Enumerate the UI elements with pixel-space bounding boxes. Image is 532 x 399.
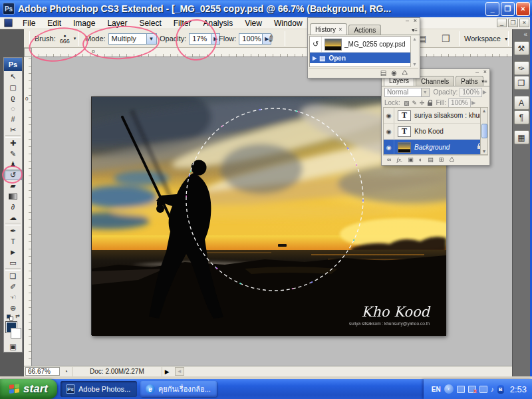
background-color-swatch[interactable] <box>11 328 21 338</box>
title-bar[interactable]: Ps Adobe Photoshop CS3 Extended - [_MG_0… <box>0 0 532 17</box>
scroll-up-icon[interactable]: ▲ <box>482 108 487 113</box>
horizontal-ruler[interactable]: 0 <box>32 48 512 57</box>
blend-mode-select[interactable]: Normal <box>384 88 422 97</box>
lock-pixels-icon[interactable]: ✎ <box>412 100 417 106</box>
history-source-row[interactable]: ↺ _MG_0255 copy.psd <box>310 37 418 53</box>
swap-colors-icon[interactable]: ⇄ <box>15 313 20 319</box>
lock-position-icon[interactable]: ✛ <box>420 100 425 106</box>
restore-button[interactable]: ❐ <box>501 2 515 16</box>
scroll-down-icon[interactable]: ▼ <box>412 62 417 66</box>
go-to-bridge-button[interactable]: ❒ <box>442 29 450 48</box>
doc-minimize-button[interactable]: _ <box>497 19 507 27</box>
spot-healing-brush-tool[interactable]: ✚ <box>4 138 22 148</box>
volume-icon[interactable]: ♪ <box>491 386 494 393</box>
adjustment-layer-button[interactable]: ◐ <box>419 156 422 163</box>
blur-tool[interactable]: ∂ <box>4 201 22 212</box>
opacity-input[interactable]: 17% <box>189 33 211 45</box>
new-snapshot-button[interactable]: ◉ <box>391 69 397 76</box>
visibility-eye-icon[interactable]: ◉ <box>384 140 394 155</box>
history-state-open[interactable]: ▶ ▤ Open <box>310 53 418 63</box>
eyedropper-tool[interactable]: ✐ <box>4 281 22 292</box>
dodge-tool[interactable]: ☁ <box>4 212 22 223</box>
collapse-dock-icon[interactable]: « <box>513 29 530 41</box>
clone-source-panel-icon[interactable]: ❐ <box>514 76 529 90</box>
display-settings-icon[interactable] <box>479 386 487 393</box>
status-flyout-arrow[interactable]: ▶ <box>165 368 170 375</box>
layer-fill-input[interactable]: 100% <box>448 98 471 108</box>
workspace-menu[interactable]: Workspace ▼ <box>464 29 509 48</box>
layer-style-button[interactable]: fx. <box>396 156 402 163</box>
path-selection-tool[interactable]: ► <box>4 247 22 257</box>
hand-tool[interactable]: ☜ <box>4 292 22 303</box>
add-layer-mask-button[interactable]: ▣ <box>408 156 414 163</box>
network-icon[interactable] <box>457 386 465 393</box>
menu-analysis[interactable]: Analysis <box>197 17 239 29</box>
opacity-arrow-icon[interactable]: ▶ <box>483 89 487 95</box>
zoom-tool[interactable]: ⊕ <box>4 303 22 313</box>
blend-mode-dropdown-button[interactable]: ▼ <box>422 88 430 97</box>
delete-state-button[interactable]: ♺ <box>402 69 408 76</box>
close-button[interactable]: × <box>516 2 530 16</box>
paragraph-panel-icon[interactable]: ¶ <box>514 110 529 124</box>
layers-scrollbar[interactable]: ▲ ▼ <box>480 108 487 154</box>
tab-history[interactable]: History × <box>310 23 347 35</box>
character-panel-icon[interactable]: A <box>514 96 529 110</box>
panel-close-icon[interactable]: × <box>414 18 417 23</box>
history-brush-source-icon[interactable]: ↺ <box>310 37 322 52</box>
doc-restore-button[interactable]: ❐ <box>508 19 518 27</box>
hide-tray-icons-button[interactable]: ‹ <box>444 384 454 394</box>
layer-row-suriya-text[interactable]: ◉ T suriya silsaksom : khun... <box>384 108 487 124</box>
start-button[interactable]: start <box>0 379 57 399</box>
type-tool[interactable]: T <box>4 236 22 247</box>
quick-mask-button[interactable]: ▣ <box>4 341 22 352</box>
tab-close-icon[interactable]: × <box>338 26 342 33</box>
rectangular-marquee-tool[interactable]: ▢ <box>4 82 22 92</box>
notes-tool[interactable]: ❏ <box>4 271 22 281</box>
scroll-up-icon[interactable]: ▲ <box>412 37 417 41</box>
network-disconnected-icon[interactable] <box>468 386 476 393</box>
menu-image[interactable]: Image <box>67 17 101 29</box>
clone-stamp-tool[interactable]: ♟ <box>4 159 22 170</box>
menu-view[interactable]: View <box>239 17 268 29</box>
tab-channels[interactable]: Channels <box>416 76 454 86</box>
document-size-readout[interactable]: Doc: 2.00M/2.27M <box>72 367 162 376</box>
pen-tool[interactable]: ✒ <box>4 225 22 236</box>
quick-selection-tool[interactable]: ◌ <box>4 103 22 114</box>
lock-all-icon[interactable] <box>428 102 432 106</box>
tools-presets-panel-icon[interactable]: ⚒ <box>514 41 529 55</box>
zoom-level-input[interactable]: 66.67% <box>25 367 60 376</box>
brush-tool[interactable]: ✎ <box>4 148 22 159</box>
move-tool[interactable]: ↖ <box>4 71 22 82</box>
menu-window[interactable]: Window <box>268 17 309 29</box>
history-scrollbar[interactable]: ▲ ▼ <box>410 36 418 67</box>
visibility-eye-icon[interactable]: ◉ <box>384 124 394 139</box>
vertical-ruler[interactable]: 0 <box>24 57 32 366</box>
history-brush-tool[interactable]: ↺ <box>4 170 22 180</box>
layer-row-khokood-text[interactable]: ◉ T Kho Kood <box>384 124 487 140</box>
new-document-from-state-button[interactable]: ▤ <box>380 69 386 76</box>
doc-close-button[interactable]: × <box>519 19 529 27</box>
minimize-button[interactable]: _ <box>485 2 499 16</box>
new-layer-button[interactable]: ⊞ <box>439 156 444 163</box>
menu-layer[interactable]: Layer <box>101 17 133 29</box>
taskbar-item-photoshop[interactable]: Ps Adobe Photos... <box>61 381 137 397</box>
menu-file[interactable]: File <box>17 17 41 29</box>
visibility-eye-icon[interactable]: ◉ <box>384 108 394 123</box>
panel-minimize-icon[interactable]: – <box>406 18 409 23</box>
eraser-tool[interactable]: ▰ <box>4 180 22 191</box>
lock-transparency-icon[interactable]: ▨ <box>404 100 410 106</box>
text-layer-thumbnail[interactable]: T <box>398 126 411 137</box>
bluetooth-icon[interactable]: B <box>497 385 504 394</box>
menu-filter[interactable]: Filter <box>168 17 198 29</box>
image-layer-thumbnail[interactable] <box>398 142 411 153</box>
scroll-down-icon[interactable]: ▼ <box>482 149 487 154</box>
scrollbar-thumb[interactable] <box>481 124 487 138</box>
delete-layer-button[interactable]: ♺ <box>449 156 454 163</box>
flow-input[interactable]: 100% <box>239 33 263 45</box>
menu-edit[interactable]: Edit <box>41 17 67 29</box>
crop-tool[interactable]: # <box>4 114 22 124</box>
layer-row-background[interactable]: ◉ Background <box>384 140 487 155</box>
new-group-button[interactable]: ▤ <box>428 156 434 163</box>
gradient-tool[interactable] <box>4 191 22 201</box>
text-layer-thumbnail[interactable]: T <box>398 110 411 121</box>
